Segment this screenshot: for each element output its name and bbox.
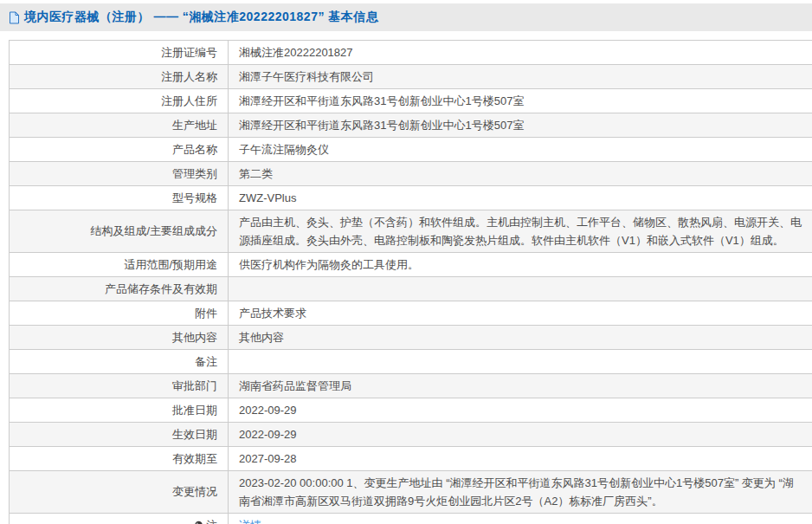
pin-icon	[194, 521, 203, 524]
table-row-approval-date: 批准日期 2022-09-29	[10, 398, 812, 423]
row-value: 产品由主机、灸头、护垫（不含药）和软件组成。主机由控制主机、工作平台、储物区、散…	[229, 210, 812, 252]
row-label: 注册人住所	[10, 89, 229, 113]
row-label: 产品名称	[10, 138, 229, 161]
table-row-approval-department: 审批部门 湖南省药品监督管理局	[10, 374, 812, 398]
row-value: 2022-09-29	[229, 423, 812, 446]
table-row-other-content: 其他内容 其他内容	[10, 326, 812, 350]
table-row-remarks: 备注	[10, 350, 812, 374]
row-value: 供医疗机构作为隔物灸的工具使用。	[229, 253, 812, 276]
table-row-product-name: 产品名称 子午流注隔物灸仪	[10, 138, 812, 162]
row-label: 适用范围/预期用途	[10, 253, 229, 276]
table-row-change-info: 变更情况 2023-02-20 00:00:00 1、变更生产地址由 “湘潭经开…	[10, 471, 812, 514]
row-label: 生产地址	[10, 113, 229, 137]
row-value: 详情	[229, 514, 812, 524]
row-label: 注册证编号	[10, 41, 229, 64]
table-row-attachment: 附件 产品技术要求	[10, 301, 812, 326]
table-row-expiry-date: 有效期至 2027-09-28	[10, 447, 812, 471]
row-value: 产品技术要求	[229, 301, 812, 325]
row-value	[229, 350, 812, 373]
row-value	[229, 277, 812, 301]
row-label: 变更情况	[10, 471, 229, 513]
row-label: 结构及组成/主要组成成分	[10, 210, 229, 252]
row-label: 管理类别	[10, 162, 229, 185]
table-row-registrant-address: 注册人住所 湘潭经开区和平街道东风路31号创新创业中心1号楼507室	[10, 89, 812, 113]
row-value: 2027-09-28	[229, 447, 812, 470]
row-value: 第二类	[229, 162, 812, 185]
table-row-storage-validity: 产品储存条件及有效期	[10, 277, 812, 301]
table-row-registrant-name: 注册人名称 湘潭子午医疗科技有限公司	[10, 65, 812, 89]
row-label: 其他内容	[10, 326, 229, 349]
row-label: 生效日期	[10, 423, 229, 446]
row-value: 子午流注隔物灸仪	[229, 138, 812, 161]
title-bar: 境内医疗器械（注册） —— “湘械注准20222201827” 基本信息	[0, 3, 812, 31]
table-row-intended-use: 适用范围/预期用途 供医疗机构作为隔物灸的工具使用。	[10, 253, 812, 277]
table-row-note: 注 详情	[10, 514, 812, 524]
page: 境内医疗器械（注册） —— “湘械注准20222201827” 基本信息 注册证…	[0, 0, 812, 524]
document-icon	[9, 11, 20, 24]
row-label-text: 注	[206, 517, 217, 524]
row-value: 湘潭子午医疗科技有限公司	[229, 65, 812, 88]
row-value: 湘潭经开区和平街道东风路31号创新创业中心1号楼507室	[229, 89, 812, 113]
table-row-model-spec: 型号规格 ZWZ-VPlus	[10, 186, 812, 210]
page-title: 境内医疗器械（注册） —— “湘械注准20222201827” 基本信息	[24, 10, 378, 25]
registration-info-table: 注册证编号 湘械注准20222201827 注册人名称 湘潭子午医疗科技有限公司…	[9, 40, 812, 524]
row-value: 湘潭经开区和平街道东风路31号创新创业中心1号楼507室	[229, 113, 812, 137]
table-row-effective-date: 生效日期 2022-09-29	[10, 423, 812, 447]
row-value: ZWZ-VPlus	[229, 186, 812, 210]
row-value: 湘械注准20222201827	[229, 41, 812, 64]
row-value: 湖南省药品监督管理局	[229, 374, 812, 398]
row-value: 2022-09-29	[229, 398, 812, 422]
row-label: 有效期至	[10, 447, 229, 470]
row-label: 产品储存条件及有效期	[10, 277, 229, 301]
table-row-cert-number: 注册证编号 湘械注准20222201827	[10, 41, 812, 65]
row-label: 注	[10, 514, 229, 524]
row-label: 备注	[10, 350, 229, 373]
row-value: 2023-02-20 00:00:00 1、变更生产地址由 “湘潭经开区和平街道…	[229, 471, 812, 513]
table-row-management-class: 管理类别 第二类	[10, 162, 812, 186]
row-label: 审批部门	[10, 374, 229, 398]
row-label: 批准日期	[10, 398, 229, 422]
details-link[interactable]: 详情	[239, 516, 261, 524]
row-value: 其他内容	[229, 326, 812, 349]
row-label: 型号规格	[10, 186, 229, 210]
row-label: 附件	[10, 301, 229, 325]
table-row-production-address: 生产地址 湘潭经开区和平街道东风路31号创新创业中心1号楼507室	[10, 113, 812, 138]
table-row-structure-composition: 结构及组成/主要组成成分 产品由主机、灸头、护垫（不含药）和软件组成。主机由控制…	[10, 210, 812, 253]
row-label: 注册人名称	[10, 65, 229, 88]
